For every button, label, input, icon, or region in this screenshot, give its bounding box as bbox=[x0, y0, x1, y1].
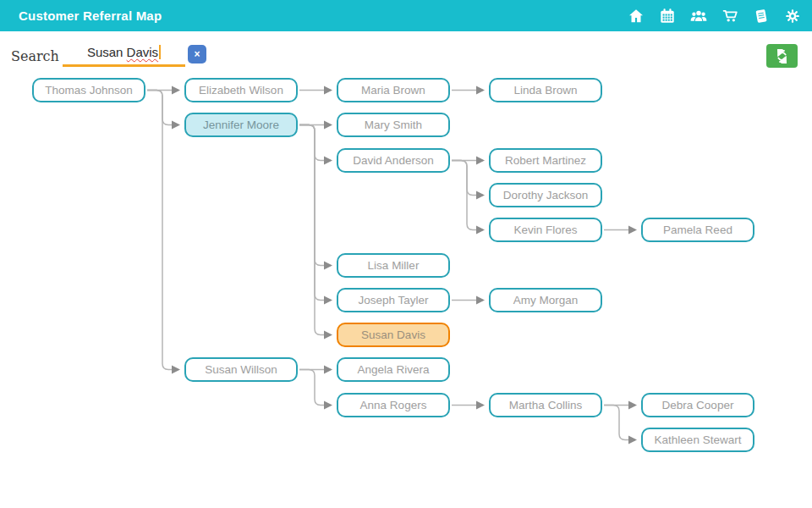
tree-node-susan-willson[interactable]: Susan Willson bbox=[184, 357, 298, 382]
connector-thomas-johnson-to-jennifer-moore bbox=[147, 91, 178, 125]
tree-node-robert-martinez[interactable]: Robert Martinez bbox=[489, 148, 602, 173]
tree-node-lisa-miller[interactable]: Lisa Miller bbox=[337, 253, 450, 278]
tree-node-susan-davis[interactable]: Susan Davis bbox=[337, 323, 450, 347]
connector-david-anderson-to-kevin-flores bbox=[452, 161, 483, 230]
tree-node-dorothy-jackson[interactable]: Dorothy Jackson bbox=[489, 183, 602, 207]
tree-node-thomas-johnson[interactable]: Thomas Johnson bbox=[32, 78, 145, 102]
tree-node-david-anderson[interactable]: David Anderson bbox=[337, 148, 450, 173]
referral-tree: Thomas JohnsonElizabeth WilsonJennifer M… bbox=[0, 0, 812, 508]
connector-thomas-johnson-to-susan-willson bbox=[147, 91, 178, 370]
connector-jennifer-moore-to-joseph-tayler bbox=[299, 125, 331, 301]
tree-node-maria-brown[interactable]: Maria Brown bbox=[337, 78, 450, 102]
tree-node-martha-collins[interactable]: Martha Collins bbox=[489, 393, 602, 417]
tree-node-debra-cooper[interactable]: Debra Cooper bbox=[641, 393, 754, 417]
tree-node-joseph-tayler[interactable]: Joseph Tayler bbox=[337, 288, 450, 312]
tree-node-angela-rivera[interactable]: Angela Rivera bbox=[337, 357, 450, 382]
tree-node-kevin-flores[interactable]: Kevin Flores bbox=[489, 218, 602, 242]
tree-node-pamela-reed[interactable]: Pamela Reed bbox=[641, 218, 754, 242]
tree-node-amy-morgan[interactable]: Amy Morgan bbox=[489, 288, 602, 312]
customer-referral-map-app: Customer Referral Map bbox=[0, 0, 812, 508]
tree-node-jennifer-moore[interactable]: Jennifer Moore bbox=[184, 113, 298, 137]
tree-node-linda-brown[interactable]: Linda Brown bbox=[489, 78, 602, 102]
connector-martha-collins-to-kathleen-stewart bbox=[604, 406, 635, 440]
connector-jennifer-moore-to-david-anderson bbox=[299, 125, 331, 161]
connector-susan-willson-to-anna-rogers bbox=[299, 370, 331, 406]
connector-david-anderson-to-dorothy-jackson bbox=[452, 161, 483, 196]
tree-node-mary-smith[interactable]: Mary Smith bbox=[337, 113, 450, 137]
connector-jennifer-moore-to-susan-davis bbox=[299, 125, 331, 335]
tree-node-kathleen-stewart[interactable]: Kathleen Stewart bbox=[641, 428, 754, 452]
connector-jennifer-moore-to-lisa-miller bbox=[299, 125, 331, 266]
tree-node-anna-rogers[interactable]: Anna Rogers bbox=[337, 393, 450, 417]
tree-node-elizabeth-wilson[interactable]: Elizabeth Wilson bbox=[184, 78, 298, 102]
